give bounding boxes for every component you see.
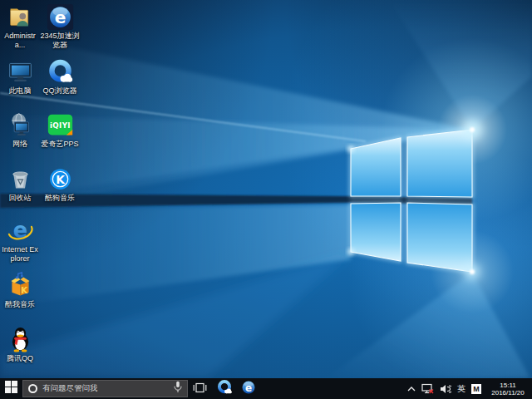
qq-browser-icon <box>216 379 233 399</box>
2345-browser-icon: e <box>47 3 74 31</box>
desktop-icon-label: 此电脑 <box>0 86 40 96</box>
clock-date: 2016/11/20 <box>487 389 529 397</box>
taskbar-search-input[interactable]: 有问题尽管问我 <box>22 380 188 397</box>
kuwo-music-box-icon: K <box>7 272 34 299</box>
desktop-icon-label: QQ浏览器 <box>40 86 80 96</box>
desktop-icon-this-pc[interactable]: 此电脑 <box>0 58 40 96</box>
desktop-icon-label: 酷我音乐 <box>0 300 40 309</box>
show-hidden-icons-chevron-icon[interactable] <box>407 386 416 392</box>
ime-mode-badge[interactable]: M <box>471 384 481 394</box>
svg-text:K: K <box>21 286 28 295</box>
network-globe-icon <box>7 111 34 139</box>
microphone-icon[interactable] <box>174 381 182 397</box>
clock-time: 15:11 <box>487 382 529 389</box>
internet-explorer-icon: e <box>7 217 34 244</box>
windows-desktop: Administra... 此电脑 <box>0 0 532 399</box>
desktop-icon-administrator[interactable]: Administra... <box>0 3 40 49</box>
user-folder-icon <box>7 3 34 31</box>
search-placeholder: 有问题尽管问我 <box>42 383 169 394</box>
kugou-music-icon: K <box>47 165 74 193</box>
desktop-wallpaper <box>0 0 532 378</box>
2345-browser-icon: e <box>241 380 256 398</box>
svg-text:iQIYI: iQIYI <box>50 121 71 130</box>
svg-text:e: e <box>54 7 66 27</box>
desktop-icon-label: 网络 <box>0 140 40 149</box>
computer-monitor-icon <box>7 58 34 86</box>
svg-text:e: e <box>244 382 251 393</box>
task-view-button[interactable] <box>188 378 212 399</box>
desktop-icon-internet-explorer[interactable]: e Internet Explorer <box>0 217 40 263</box>
taskbar-qq-browser-button[interactable] <box>212 378 236 399</box>
desktop-icon-kuwo-music[interactable]: K 酷我音乐 <box>0 272 40 309</box>
volume-icon[interactable] <box>440 384 451 394</box>
desktop-icon-recycle-bin[interactable]: 回收站 <box>0 165 40 203</box>
desktop-icon-2345-browser[interactable]: e 2345加速浏览器 <box>40 3 80 49</box>
desktop-icon-label: 回收站 <box>0 194 40 203</box>
system-tray: 英 M 15:11 2016/11/20 <box>407 382 532 397</box>
network-disconnected-icon[interactable] <box>421 383 434 394</box>
qq-penguin-icon <box>7 326 34 353</box>
desktop-icon-tencent-qq[interactable]: 腾讯QQ <box>0 326 40 363</box>
desktop-icon-iqiyi-pps[interactable]: iQIYI 爱奇艺PPS <box>40 111 80 149</box>
desktop-icon-label: 腾讯QQ <box>0 354 40 363</box>
ime-language-indicator[interactable]: 英 <box>457 383 466 395</box>
taskbar-clock[interactable]: 15:11 2016/11/20 <box>487 382 529 397</box>
task-view-icon <box>193 382 207 397</box>
desktop-icon-label: Internet Explorer <box>0 245 40 263</box>
windows-logo-icon <box>5 381 17 397</box>
iqiyi-icon: iQIYI <box>47 111 74 139</box>
start-button[interactable] <box>0 378 22 399</box>
windows-logo-graphic <box>0 0 532 378</box>
taskbar: 有问题尽管问我 <box>0 378 532 399</box>
qq-browser-icon <box>47 58 74 86</box>
desktop-icon-label: 爱奇艺PPS <box>40 140 80 149</box>
cortana-icon <box>28 384 37 393</box>
desktop-icon-kugou-music[interactable]: K 酷狗音乐 <box>40 165 80 203</box>
desktop-icon-label: Administra... <box>0 32 40 49</box>
desktop-icon-network[interactable]: 网络 <box>0 111 40 149</box>
svg-text:K: K <box>56 173 66 186</box>
desktop-icon-label: 2345加速浏览器 <box>40 32 80 49</box>
desktop-icon-label: 酷狗音乐 <box>40 194 80 203</box>
recycle-bin-icon <box>7 165 34 193</box>
taskbar-2345-browser-button[interactable]: e <box>236 378 260 399</box>
desktop-icon-qq-browser[interactable]: QQ浏览器 <box>40 58 80 96</box>
